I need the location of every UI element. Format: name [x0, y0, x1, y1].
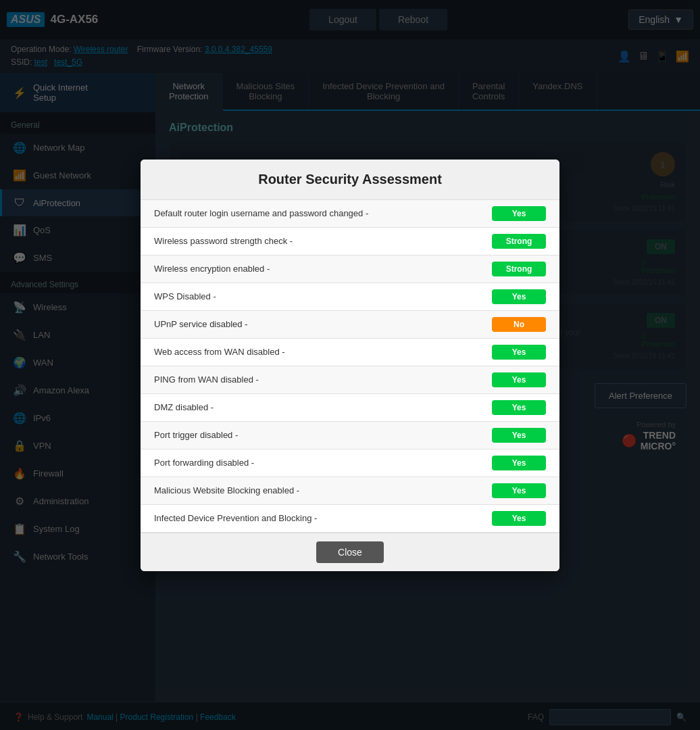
assessment-label: Web access from WAN disabled - [154, 347, 285, 357]
assessment-badge: Yes [492, 289, 546, 304]
assessment-label: Default router login username and passwo… [154, 208, 368, 218]
assessment-badge: Yes [492, 456, 546, 470]
assessment-label: PING from WAN disabled - [154, 374, 259, 385]
modal-footer: Close [141, 533, 559, 571]
assessment-row: DMZ disabled -Yes [141, 394, 559, 422]
assessment-badge: Yes [492, 345, 546, 360]
assessment-row: Web access from WAN disabled -Yes [141, 339, 559, 366]
assessment-badge: Yes [492, 428, 546, 443]
assessment-label: Malicious Website Blocking enabled - [154, 485, 299, 495]
assessment-label: Wireless password strength check - [154, 236, 293, 246]
assessment-badge: Yes [492, 400, 546, 415]
assessment-badge: Yes [492, 511, 546, 526]
assessment-label: WPS Disabled - [154, 291, 216, 301]
modal-close-button[interactable]: Close [316, 541, 384, 563]
assessment-row: Wireless encryption enabled -Strong [141, 256, 559, 283]
assessment-row: Wireless password strength check -Strong [141, 228, 559, 256]
assessment-badge: Strong [492, 234, 546, 249]
assessment-badge: Yes [492, 372, 546, 387]
assessment-label: DMZ disabled - [154, 402, 214, 412]
assessment-row: Default router login username and passwo… [141, 200, 559, 228]
assessment-badge: Yes [492, 483, 546, 498]
assessment-label: Infected Device Prevention and Blocking … [154, 513, 317, 523]
router-security-modal: Router Security Assessment Default route… [141, 160, 559, 571]
assessment-label: Wireless encryption enabled - [154, 264, 270, 274]
assessment-label: UPnP service disabled - [154, 319, 248, 329]
modal-body: Default router login username and passwo… [141, 200, 559, 533]
modal-overlay[interactable]: Router Security Assessment Default route… [0, 0, 700, 730]
assessment-label: Port forwarding disabled - [154, 458, 254, 468]
assessment-row: WPS Disabled -Yes [141, 283, 559, 311]
assessment-row: Port forwarding disabled -Yes [141, 449, 559, 477]
assessment-row: PING from WAN disabled -Yes [141, 366, 559, 394]
assessment-row: UPnP service disabled -No [141, 311, 559, 339]
assessment-badge: Yes [492, 206, 546, 221]
assessment-row: Malicious Website Blocking enabled -Yes [141, 477, 559, 505]
assessment-label: Port trigger disabled - [154, 430, 238, 440]
assessment-badge: Strong [492, 262, 546, 276]
assessment-row: Port trigger disabled -Yes [141, 422, 559, 449]
assessment-badge: No [492, 317, 546, 332]
modal-title: Router Security Assessment [141, 160, 559, 200]
assessment-row: Infected Device Prevention and Blocking … [141, 505, 559, 533]
